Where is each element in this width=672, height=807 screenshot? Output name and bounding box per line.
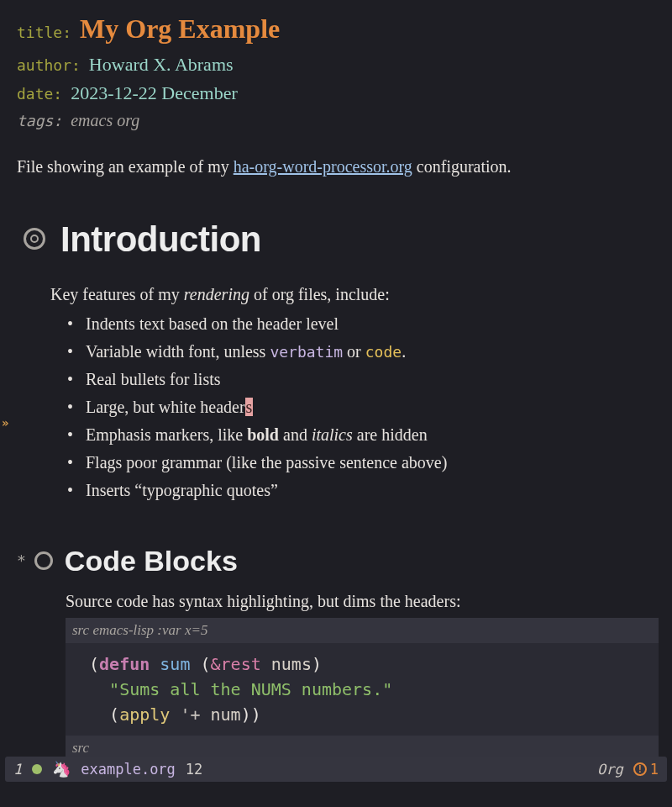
meta-author-row: author: Howard X. Abrams bbox=[17, 50, 659, 79]
meta-key-title: title: bbox=[17, 21, 71, 45]
list-item: Emphasis markers, like bold and italics … bbox=[67, 422, 659, 448]
heading-code-blocks-row: * Code Blocks bbox=[17, 539, 659, 583]
lead-b: of org files, include: bbox=[249, 285, 390, 303]
list-item: Large, but white headers bbox=[67, 394, 659, 420]
document-tags: emacs org bbox=[71, 108, 139, 134]
list-item: Flags poor grammar (like the passive sen… bbox=[67, 450, 659, 476]
source-block: Source code has syntax highlighting, but… bbox=[66, 588, 659, 762]
evil-state-icon: 🦄 bbox=[52, 757, 71, 781]
meta-tags-row: tags: emacs org bbox=[17, 108, 659, 134]
source-begin-line: src emacs-lisp :var x=5 bbox=[66, 618, 659, 643]
heading-code-blocks: Code Blocks bbox=[65, 539, 238, 583]
config-link[interactable]: ha-org-word-processor.org bbox=[234, 157, 412, 176]
bold-sample: bold bbox=[247, 425, 279, 444]
code-text: code bbox=[365, 343, 402, 361]
intro-body: Key features of my rendering of org file… bbox=[50, 282, 659, 504]
meta-key-author: author: bbox=[17, 54, 81, 77]
list-item: Indents text based on the header level bbox=[67, 311, 659, 337]
lead-em: rendering bbox=[184, 285, 249, 303]
document-date: 2023-12-22 December bbox=[71, 79, 238, 108]
intro-text-before: File showing an example of my bbox=[17, 157, 234, 176]
window-number: 1 bbox=[13, 758, 22, 780]
intro-paragraph: File showing an example of my ha-org-wor… bbox=[17, 154, 659, 180]
meta-key-tags: tags: bbox=[17, 109, 62, 133]
heading-bullet-icon bbox=[34, 551, 53, 570]
echo-area bbox=[0, 783, 672, 807]
meta-title-row: title: My Org Example bbox=[17, 8, 659, 50]
list-item: Real bullets for lists bbox=[67, 367, 659, 393]
warning-count: 1 bbox=[650, 758, 659, 780]
org-star-icon: * bbox=[17, 549, 26, 572]
heading-introduction: Introduction bbox=[60, 212, 261, 266]
buffer-name[interactable]: example.org bbox=[81, 758, 176, 780]
document-author: Howard X. Abrams bbox=[89, 50, 234, 79]
mode-line[interactable]: 1 🦄 example.org 12 Org ! 1 bbox=[5, 757, 667, 782]
verbatim-text: verbatim bbox=[270, 343, 343, 361]
code-block[interactable]: (defun sum (&rest nums) "Sums all the NU… bbox=[66, 643, 659, 736]
meta-key-date: date: bbox=[17, 82, 62, 106]
fringe-indicator-icon: » bbox=[2, 414, 8, 433]
list-item: Inserts “typographic quotes” bbox=[67, 477, 659, 504]
italic-sample: italics bbox=[312, 425, 353, 444]
line-number: 12 bbox=[186, 758, 202, 780]
modified-indicator-icon bbox=[32, 764, 42, 774]
feature-list: Indents text based on the header level V… bbox=[67, 311, 659, 504]
list-item: Variable width font, unless verbatim or … bbox=[67, 339, 659, 365]
meta-date-row: date: 2023-12-22 December bbox=[17, 79, 659, 108]
heading-bullet-icon bbox=[24, 228, 45, 250]
document-title: My Org Example bbox=[80, 8, 280, 50]
heading-introduction-row: Introduction bbox=[24, 212, 659, 266]
flycheck-warning[interactable]: ! 1 bbox=[633, 758, 659, 780]
lead-a: Key features of my bbox=[50, 285, 184, 303]
text-cursor: s bbox=[245, 398, 254, 416]
intro-text-after: configuration. bbox=[412, 157, 512, 176]
major-mode[interactable]: Org bbox=[597, 758, 623, 780]
source-description: Source code has syntax highlighting, but… bbox=[66, 588, 659, 614]
warning-icon: ! bbox=[633, 762, 647, 776]
editor-buffer[interactable]: title: My Org Example author: Howard X. … bbox=[0, 0, 672, 757]
